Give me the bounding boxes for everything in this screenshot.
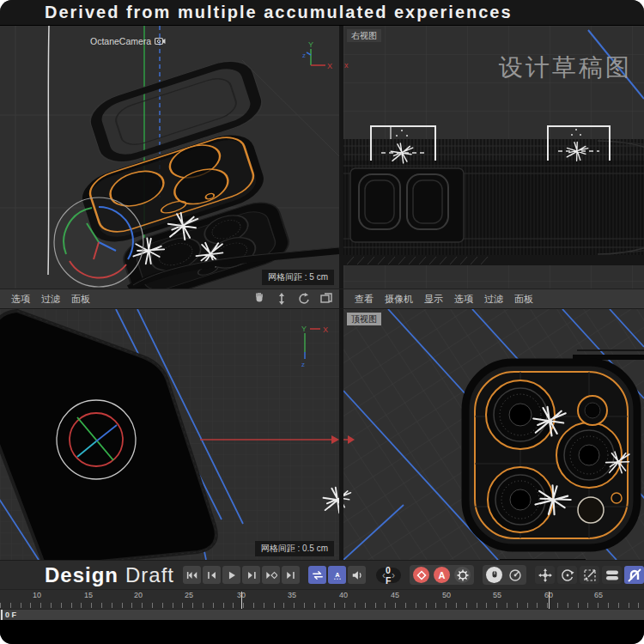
header-title: Derived from multiple accumulated experi… [45,3,513,22]
sensor-ring [578,497,604,523]
bottom-spacer [0,620,644,644]
screenshot-stage: Derived from multiple accumulated experi… [0,0,644,644]
viewport-menu-bar: 选项 过滤 面板 查看 摄像机 显示 [0,289,644,309]
perspective-scene [0,26,339,289]
axis-x-label: X [327,62,332,70]
rotate-tool-button[interactable] [557,566,577,584]
ruler-label: 25 [185,591,193,599]
menu-item-options[interactable]: 选项 [454,293,473,306]
brand-bold-text: Design [45,563,118,587]
grid-spacing-label: 网格间距 : 0.5 cm [255,541,334,556]
camera-label-text: OctaneCamera [90,36,151,46]
case-side-wireframe [343,139,644,265]
menu-right: 查看 摄像机 显示 选项 过滤 面板 [343,289,644,308]
scale-tool-button[interactable] [580,566,599,584]
range-marker-60[interactable] [549,592,550,609]
axis-z-label: z [302,52,306,59]
axis-y-label: Y [308,40,313,49]
ruler-label: 45 [391,591,399,599]
menu-item-display[interactable]: 显示 [424,293,443,306]
loop-playback-button[interactable] [308,566,326,584]
keyframe-settings-button[interactable] [454,567,471,583]
keyframe-record-group: A [410,565,474,585]
viewport-row-bottom: Y X z 网格间距 : 0.5 cm [0,309,644,560]
menu-item-view[interactable]: 查看 [355,293,374,306]
ruler-tick-marks [0,603,644,608]
autokey-button[interactable]: A [434,567,450,583]
record-position-button[interactable] [486,567,502,583]
menu-item-filter[interactable]: 过滤 [41,293,60,306]
rotate-view-icon[interactable] [297,293,310,306]
design-draft-watermark: 设计草稿图 [499,52,632,84]
top-view-scene [343,309,644,560]
camera-icon [155,37,166,46]
pan-view-icon[interactable] [252,293,265,306]
front-view-scene [0,309,339,560]
mic-hole [611,493,622,503]
menu-item-cameras[interactable]: 摄像机 [385,293,413,306]
move-tool-button[interactable] [535,566,555,584]
grid-spacing-label: 网格间距 : 5 cm [262,270,334,285]
viewport-label-right[interactable]: 右视图 [347,29,381,42]
menu-item-options[interactable]: 选项 [11,293,30,306]
ruler-label: 15 [84,591,93,599]
svg-text:A: A [335,571,340,579]
axis-y-label: Y [301,325,307,333]
viewport-perspective[interactable]: OctaneCamera Y z X 网格间距 : 5 cm [0,26,339,289]
lens-top-left [486,380,555,449]
axis-x-label: X [323,325,328,334]
viewport-top-view[interactable]: 顶视图 [343,309,644,560]
menu-item-filter[interactable]: 过滤 [484,293,503,306]
camera-module-closeup [465,350,644,560]
snap-toggle-button[interactable] [624,566,644,584]
transform-tools [535,566,644,584]
camera-label[interactable]: OctaneCamera [90,36,166,46]
record-rotation-button[interactable] [507,567,523,583]
axis-z-label: z [301,361,305,368]
ruler-label: 20 [134,591,143,599]
sound-button[interactable] [348,566,366,584]
menu-item-panel[interactable]: 面板 [71,293,90,306]
viewport-front-view[interactable]: Y X z 网格间距 : 0.5 cm [0,309,339,560]
range-marker-30[interactable] [241,592,242,609]
axis-gizmo-perspective: Y z X [300,39,334,77]
move-view-icon[interactable] [275,293,288,306]
menu-left: 选项 过滤 面板 [0,289,339,308]
ruler-label: 10 [33,591,41,599]
ruler-label: 55 [493,591,501,599]
record-keyframe-button[interactable] [413,567,429,583]
go-to-next-key-button[interactable] [262,566,280,584]
playhead[interactable] [1,610,3,620]
c4d-application-window: Derived from multiple accumulated experi… [0,0,644,644]
current-frame-field[interactable]: ‹ 0 F › [376,568,401,583]
ruler-label: 65 [594,591,603,599]
timeline-ruler[interactable]: 10 15 20 25 30 35 40 45 50 55 60 65 [0,589,644,609]
record-filter-group [483,565,526,585]
axis-x-partial: x [344,61,349,70]
autokey-mode-button[interactable]: A [328,566,346,584]
rotation-gizmo[interactable] [54,197,143,287]
autokey-letter: A [439,570,446,580]
header-bar: Derived from multiple accumulated experi… [0,0,644,26]
go-to-start-button[interactable] [183,566,201,584]
frame-next-arrow[interactable]: › [392,570,395,580]
current-frame-bar[interactable]: 0 F [0,609,644,620]
maximize-view-icon[interactable] [319,293,332,306]
current-frame-label: 0 F [5,611,16,619]
construction-line-white [48,26,49,275]
next-frame-button[interactable] [242,566,260,584]
viewport-right-view[interactable]: x 右视图 设计草稿图 [343,26,644,289]
brand-watermark: Design Draft [45,563,174,587]
playback-controls [183,566,300,584]
brand-light-text: Draft [125,563,174,587]
viewport-row-top: OctaneCamera Y z X 网格间距 : 5 cm [0,26,644,289]
viewport-label-top[interactable]: 顶视图 [347,313,381,325]
menu-item-panel[interactable]: 面板 [514,293,533,306]
previous-frame-button[interactable] [203,566,221,584]
play-button[interactable] [222,566,240,584]
ruler-label: 40 [339,591,348,599]
go-to-end-button[interactable] [282,566,300,584]
view-control-icons [252,293,332,306]
lens-right [556,422,622,488]
coordinates-button[interactable] [602,566,622,584]
